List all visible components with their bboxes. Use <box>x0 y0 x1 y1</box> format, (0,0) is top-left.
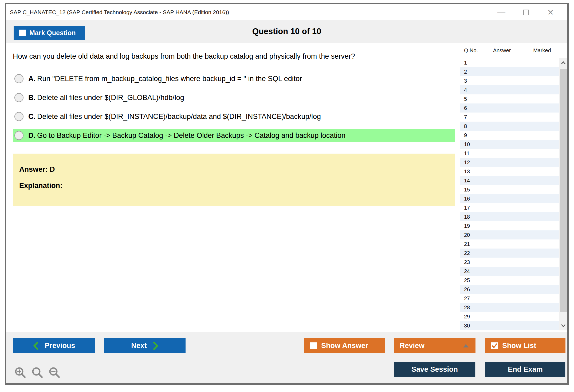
zoom-out-icon[interactable] <box>48 367 61 379</box>
question-row-number: 18 <box>460 214 487 220</box>
question-row-number: 19 <box>460 223 487 229</box>
review-button[interactable]: Review <box>394 338 475 353</box>
option-c-radio[interactable] <box>14 112 23 121</box>
question-row[interactable]: 28 <box>460 303 567 312</box>
scrollbar-thumb[interactable] <box>560 69 567 312</box>
option-d[interactable]: D.Go to Backup Editor -> Backup Catalog … <box>13 129 455 142</box>
show-list-button[interactable]: Show List <box>485 338 565 353</box>
previous-button[interactable]: Previous <box>13 338 95 353</box>
question-row-number: 12 <box>460 159 487 166</box>
explanation-label: Explanation: <box>19 182 455 190</box>
option-d-radio[interactable] <box>14 131 23 140</box>
zoom-tools <box>14 367 61 379</box>
show-answer-checkbox-icon[interactable] <box>310 342 317 349</box>
question-row[interactable]: 5 <box>460 94 567 103</box>
mark-question-label: Mark Question <box>29 29 76 37</box>
question-row[interactable]: 14 <box>460 176 567 185</box>
question-row[interactable]: 16 <box>460 194 567 203</box>
question-row-number: 14 <box>460 178 487 184</box>
question-row[interactable]: 22 <box>460 249 567 258</box>
question-row[interactable]: 30 <box>460 321 567 330</box>
question-row[interactable]: 19 <box>460 221 567 230</box>
minimize-icon[interactable]: — <box>497 8 506 17</box>
question-list-body: 1234567891011121314151617181920212223242… <box>460 58 567 330</box>
save-session-button[interactable]: Save Session <box>394 362 475 377</box>
header-strip: Question 10 of 10 Mark Question <box>6 20 567 43</box>
option-b-radio[interactable] <box>14 93 23 102</box>
option-a-letter: A. <box>28 75 36 83</box>
question-row-number: 17 <box>460 205 487 211</box>
column-header-answer: Answer <box>487 47 517 54</box>
question-row[interactable]: 25 <box>460 276 567 285</box>
magnifier-icon[interactable] <box>31 367 44 379</box>
scroll-up-icon[interactable] <box>559 59 567 67</box>
question-row-number: 27 <box>460 295 487 302</box>
question-row[interactable]: 29 <box>460 312 567 321</box>
question-row[interactable]: 1 <box>460 58 567 67</box>
question-row[interactable]: 17 <box>460 203 567 212</box>
show-answer-label: Show Answer <box>321 342 368 350</box>
question-row[interactable]: 13 <box>460 167 567 176</box>
question-row-number: 20 <box>460 232 487 238</box>
option-b-letter: B. <box>28 94 36 102</box>
question-row[interactable]: 24 <box>460 267 567 276</box>
question-row[interactable]: 20 <box>460 230 567 239</box>
column-header-qno: Q No. <box>460 47 487 54</box>
question-row-number: 29 <box>460 314 487 320</box>
option-a-text: Run "DELETE from m_backup_catalog_files … <box>37 75 302 83</box>
option-c[interactable]: C.Delete all files under $(DIR_INSTANCE)… <box>13 110 455 123</box>
window-controls: — × <box>497 8 567 17</box>
question-row[interactable]: 2 <box>460 67 567 76</box>
question-row-number: 15 <box>460 187 487 193</box>
question-row-number: 22 <box>460 250 487 256</box>
show-list-checked-icon[interactable] <box>491 342 498 349</box>
option-b[interactable]: B.Delete all files under $(DIR_GLOBAL)/h… <box>13 91 455 104</box>
app-window: SAP C_HANATEC_12 (SAP Certified Technolo… <box>5 3 569 385</box>
option-b-text: Delete all files under $(DIR_GLOBAL)/hdb… <box>37 94 184 102</box>
show-answer-button[interactable]: Show Answer <box>304 338 385 353</box>
question-row-number: 24 <box>460 268 487 274</box>
close-icon[interactable]: × <box>546 8 555 17</box>
question-row-number: 16 <box>460 196 487 202</box>
question-row-number: 26 <box>460 286 487 293</box>
question-row[interactable]: 18 <box>460 212 567 221</box>
question-row-number: 3 <box>460 78 487 84</box>
chevron-right-icon <box>153 342 159 350</box>
question-row[interactable]: 8 <box>460 122 567 131</box>
question-row-number: 11 <box>460 150 487 157</box>
question-row[interactable]: 10 <box>460 140 567 149</box>
question-row[interactable]: 12 <box>460 158 567 167</box>
question-row[interactable]: 26 <box>460 285 567 294</box>
question-list-scrollbar[interactable] <box>559 58 567 330</box>
question-row[interactable]: 7 <box>460 113 567 122</box>
window-title: SAP C_HANATEC_12 (SAP Certified Technolo… <box>6 9 497 15</box>
option-d-letter: D. <box>28 131 36 139</box>
question-row-number: 10 <box>460 141 487 147</box>
mark-question-checkbox-icon[interactable] <box>19 30 26 36</box>
zoom-in-icon[interactable] <box>14 367 27 379</box>
question-row-number: 4 <box>460 87 487 93</box>
answer-explanation-box: Answer: D Explanation: <box>13 154 455 206</box>
scroll-down-icon[interactable] <box>559 321 567 330</box>
end-exam-button[interactable]: End Exam <box>485 362 565 377</box>
question-row-number: 28 <box>460 305 487 311</box>
question-row[interactable]: 3 <box>460 76 567 85</box>
review-label: Review <box>400 342 424 350</box>
question-row[interactable]: 6 <box>460 103 567 113</box>
question-row[interactable]: 4 <box>460 85 567 94</box>
question-row[interactable]: 27 <box>460 294 567 303</box>
next-button[interactable]: Next <box>104 338 186 353</box>
option-a[interactable]: A.Run "DELETE from m_backup_catalog_file… <box>13 72 455 85</box>
question-row[interactable]: 11 <box>460 149 567 158</box>
question-counter: Question 10 of 10 <box>6 20 567 43</box>
question-row[interactable]: 21 <box>460 239 567 249</box>
question-row[interactable]: 15 <box>460 185 567 194</box>
question-row-number: 9 <box>460 132 487 138</box>
question-row[interactable]: 9 <box>460 131 567 140</box>
triangle-up-icon <box>463 344 469 347</box>
mark-question-button[interactable]: Mark Question <box>14 26 85 40</box>
question-row-number: 25 <box>460 277 487 283</box>
question-row[interactable]: 23 <box>460 258 567 267</box>
maximize-icon[interactable] <box>521 8 530 17</box>
option-a-radio[interactable] <box>14 74 23 83</box>
